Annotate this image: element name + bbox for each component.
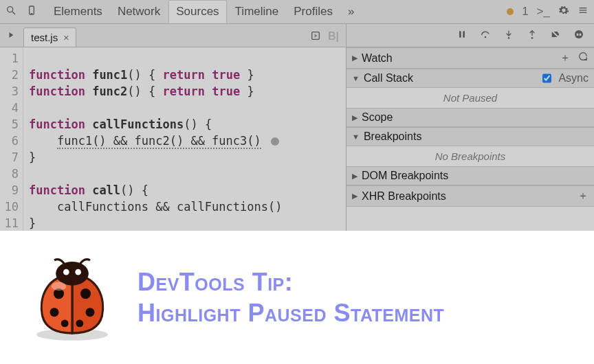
refresh-icon[interactable] bbox=[578, 51, 588, 65]
section-xhr-breakpoints[interactable]: ▶ XHR Breakpoints ＋ bbox=[346, 185, 594, 207]
section-watch[interactable]: ▶ Watch ＋ bbox=[346, 47, 594, 69]
tab-profiles[interactable]: Profiles bbox=[287, 1, 340, 23]
chevron-right-icon: ▶ bbox=[352, 54, 358, 62]
tab-timeline[interactable]: Timeline bbox=[228, 1, 286, 23]
svg-point-32 bbox=[52, 282, 67, 291]
step-into-icon[interactable] bbox=[503, 29, 514, 43]
chevron-down-icon: ▼ bbox=[352, 133, 360, 141]
svg-point-16 bbox=[531, 37, 534, 39]
sources-pane: test.js × B| 1234567891011 function func… bbox=[0, 24, 346, 231]
svg-marker-9 bbox=[315, 34, 318, 37]
svg-point-25 bbox=[50, 308, 59, 317]
section-dom-breakpoints[interactable]: ▶ DOM Breakpoints bbox=[346, 166, 594, 185]
tab-sources[interactable]: Sources bbox=[168, 0, 226, 23]
show-navigator-icon[interactable] bbox=[4, 27, 19, 47]
chevron-right-icon: ▶ bbox=[352, 113, 358, 122]
panel-tabs: Elements Network Sources Timeline Profil… bbox=[47, 0, 361, 23]
code-body[interactable]: function func1() { return true }function… bbox=[23, 47, 346, 231]
debugger-toolbar bbox=[346, 24, 594, 47]
svg-point-28 bbox=[76, 320, 83, 328]
call-stack-status: Not Paused bbox=[346, 88, 594, 108]
tab-network[interactable]: Network bbox=[111, 1, 167, 23]
tip-banner: DevTools Tip: Highlight Paused Statement bbox=[0, 231, 594, 364]
call-stack-label: Call Stack bbox=[364, 72, 413, 84]
svg-marker-7 bbox=[10, 32, 14, 38]
breakpoints-label: Breakpoints bbox=[364, 130, 422, 143]
warning-dot-icon bbox=[507, 8, 514, 15]
pause-on-exceptions-icon[interactable] bbox=[573, 29, 584, 43]
chevron-right-icon: ▶ bbox=[352, 192, 358, 201]
drawer-icon[interactable] bbox=[578, 5, 588, 19]
svg-line-1 bbox=[12, 12, 15, 14]
scope-label: Scope bbox=[362, 111, 393, 124]
svg-point-29 bbox=[56, 262, 89, 286]
svg-point-31 bbox=[75, 269, 81, 275]
svg-point-14 bbox=[508, 37, 510, 39]
add-xhr-bp-icon[interactable]: ＋ bbox=[578, 189, 588, 203]
warning-count[interactable]: 1 bbox=[522, 5, 528, 19]
file-tab-testjs[interactable]: test.js × bbox=[23, 27, 76, 47]
close-icon[interactable]: × bbox=[63, 32, 69, 43]
svg-point-18 bbox=[575, 30, 583, 38]
chevron-down-icon: ▼ bbox=[352, 74, 360, 82]
tip-line1: DevTools Tip: bbox=[138, 266, 444, 297]
svg-point-24 bbox=[80, 288, 91, 299]
svg-rect-19 bbox=[577, 33, 579, 35]
tip-line2: Highlight Paused Statement bbox=[138, 297, 444, 328]
tip-text: DevTools Tip: Highlight Paused Statement bbox=[138, 266, 444, 328]
add-watch-icon[interactable]: ＋ bbox=[560, 51, 571, 65]
run-snippet-icon[interactable] bbox=[310, 30, 321, 44]
dom-bp-label: DOM Breakpoints bbox=[362, 170, 448, 182]
watch-label: Watch bbox=[362, 52, 393, 65]
deactivate-breakpoints-icon[interactable] bbox=[550, 29, 561, 43]
editor-tabstrip: test.js × B| bbox=[0, 24, 346, 47]
gear-icon[interactable] bbox=[558, 5, 569, 19]
xhr-bp-label: XHR Breakpoints bbox=[362, 190, 446, 203]
svg-point-0 bbox=[8, 6, 13, 12]
toggle-icon[interactable]: B| bbox=[328, 30, 339, 44]
device-icon[interactable] bbox=[26, 5, 37, 19]
svg-point-26 bbox=[86, 308, 95, 317]
pause-icon[interactable] bbox=[456, 29, 468, 43]
tab-elements[interactable]: Elements bbox=[47, 1, 109, 23]
async-label: Async bbox=[558, 72, 588, 84]
chevron-right-icon: ▶ bbox=[352, 172, 358, 181]
code-editor[interactable]: 1234567891011 function func1() { return … bbox=[0, 47, 346, 231]
step-over-icon[interactable] bbox=[480, 29, 491, 43]
section-call-stack[interactable]: ▼ Call Stack Async bbox=[346, 69, 594, 88]
ladybug-icon bbox=[28, 253, 117, 342]
console-toggle[interactable]: >_ bbox=[537, 5, 550, 19]
step-out-icon[interactable] bbox=[527, 29, 538, 43]
async-checkbox[interactable] bbox=[542, 72, 551, 84]
svg-rect-10 bbox=[459, 31, 461, 37]
svg-point-12 bbox=[485, 36, 487, 38]
debugger-sidebar: ▶ Watch ＋ ▼ Call Stack Async Not Paused bbox=[346, 24, 594, 231]
svg-point-30 bbox=[63, 269, 69, 275]
svg-point-27 bbox=[61, 320, 69, 328]
section-breakpoints[interactable]: ▼ Breakpoints bbox=[346, 127, 594, 146]
svg-rect-20 bbox=[580, 33, 582, 35]
file-tab-label: test.js bbox=[31, 32, 58, 43]
line-gutter: 1234567891011 bbox=[0, 47, 23, 231]
search-icon[interactable] bbox=[6, 5, 16, 19]
svg-rect-11 bbox=[463, 31, 465, 37]
tab-overflow[interactable]: » bbox=[341, 1, 361, 23]
devtools-toolbar: Elements Network Sources Timeline Profil… bbox=[0, 0, 594, 24]
section-scope[interactable]: ▶ Scope bbox=[346, 108, 594, 127]
breakpoints-status: No Breakpoints bbox=[346, 146, 594, 166]
